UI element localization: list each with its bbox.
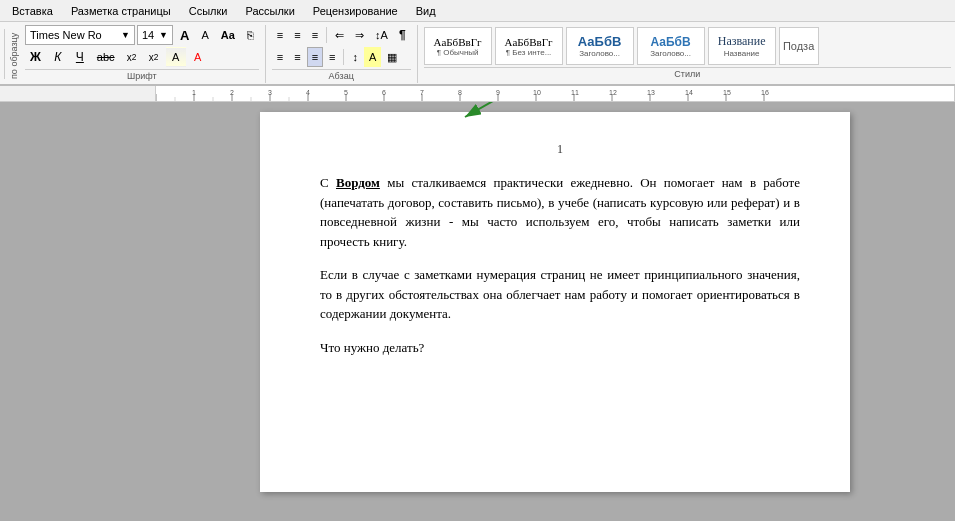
menu-item-rassylki[interactable]: Рассылки	[237, 3, 302, 19]
document-area: 1 С Вордом мы сталкиваемся практически е…	[0, 102, 955, 507]
menu-bar: Вставка Разметка страницы Ссылки Рассылк…	[0, 0, 955, 22]
align-center-button[interactable]: ≡	[289, 47, 305, 67]
sort-button[interactable]: ↕A	[370, 25, 393, 45]
align-left-button[interactable]: ≡	[272, 47, 288, 67]
show-marks-button[interactable]: ¶	[394, 25, 411, 45]
menu-item-razmetka[interactable]: Разметка страницы	[63, 3, 179, 19]
svg-line-38	[465, 102, 570, 117]
svg-text:11: 11	[571, 89, 579, 96]
paragraph-1: С Вордом мы сталкиваемся практически еже…	[320, 173, 800, 251]
highlight-button[interactable]: A	[166, 47, 186, 67]
clear-format-button[interactable]: ⎘	[242, 25, 259, 45]
style-title[interactable]: Название Название	[708, 27, 776, 65]
paragraph-2: Если в случае с заметками нумерация стра…	[320, 265, 800, 324]
font-shrink-button[interactable]: A	[196, 25, 213, 45]
style-normal[interactable]: АаБбВвГг ¶ Обычный	[424, 27, 492, 65]
svg-text:9: 9	[496, 89, 500, 96]
annotation-arrow	[290, 102, 590, 132]
svg-text:5: 5	[344, 89, 348, 96]
svg-text:7: 7	[420, 89, 424, 96]
style-no-spacing[interactable]: АаБбВвГг ¶ Без инте...	[495, 27, 563, 65]
italic-button[interactable]: К	[48, 47, 68, 67]
menu-item-recenzirovanie[interactable]: Рецензирование	[305, 3, 406, 19]
svg-text:2: 2	[230, 89, 234, 96]
strikethrough-button[interactable]: abc	[92, 47, 120, 67]
font-size-input[interactable]: 14 ▼	[137, 25, 173, 45]
shading-button[interactable]: A	[364, 47, 381, 67]
change-case-button[interactable]: Aa	[216, 25, 240, 45]
align-justify-button[interactable]: ≡	[324, 47, 340, 67]
bullets-button[interactable]: ≡	[272, 25, 288, 45]
menu-item-vid[interactable]: Вид	[408, 3, 444, 19]
vord-word: Вордом	[336, 175, 380, 190]
increase-indent-button[interactable]: ⇒	[350, 25, 369, 45]
by-sample-label: по образцу	[4, 29, 19, 79]
svg-text:12: 12	[609, 89, 617, 96]
svg-text:14: 14	[685, 89, 693, 96]
styles-section-label: Стили	[424, 67, 951, 81]
numbering-button[interactable]: ≡	[289, 25, 305, 45]
style-heading2[interactable]: АаБбВ Заголово...	[637, 27, 705, 65]
style-subtitle[interactable]: Подза	[779, 27, 819, 65]
doc-page: 1 С Вордом мы сталкиваемся практически е…	[260, 112, 850, 492]
svg-text:1: 1	[192, 89, 196, 96]
svg-text:3: 3	[268, 89, 272, 96]
menu-item-ssylki[interactable]: Ссылки	[181, 3, 236, 19]
font-section-label: Шрифт	[25, 69, 259, 83]
style-heading1[interactable]: АаБбВ Заголово...	[566, 27, 634, 65]
paragraph-section-label: Абзац	[272, 69, 411, 83]
multilevel-button[interactable]: ≡	[307, 25, 323, 45]
document-content[interactable]: С Вордом мы сталкиваемся практически еже…	[320, 173, 800, 357]
borders-button[interactable]: ▦	[382, 47, 402, 67]
line-spacing-button[interactable]: ↕	[347, 47, 363, 67]
ruler: 1 2 3 4 5 6 7 8 9 10 11 12 13 1	[0, 86, 955, 102]
underline-button[interactable]: Ч	[70, 47, 90, 67]
superscript-button[interactable]: x2	[144, 47, 164, 67]
svg-text:13: 13	[647, 89, 655, 96]
font-name-input[interactable]: Times New Ro ▼	[25, 25, 135, 45]
page-number: 1	[320, 142, 800, 157]
ruler-inner: 1 2 3 4 5 6 7 8 9 10 11 12 13 1	[155, 86, 955, 101]
font-color-button[interactable]: A	[188, 47, 208, 67]
svg-text:15: 15	[723, 89, 731, 96]
svg-text:10: 10	[533, 89, 541, 96]
svg-text:16: 16	[761, 89, 769, 96]
decrease-indent-button[interactable]: ⇐	[330, 25, 349, 45]
svg-text:6: 6	[382, 89, 386, 96]
bold-button[interactable]: Ж	[25, 47, 46, 67]
font-grow-button[interactable]: A	[175, 25, 194, 45]
svg-text:4: 4	[306, 89, 310, 96]
align-right-button[interactable]: ≡	[307, 47, 323, 67]
svg-text:8: 8	[458, 89, 462, 96]
subscript-button[interactable]: x2	[122, 47, 142, 67]
menu-item-vstavka[interactable]: Вставка	[4, 3, 61, 19]
ribbon: по образцу Times New Ro ▼ 14 ▼ A A Aa	[0, 22, 955, 86]
paragraph-3: Что нужно делать?	[320, 338, 800, 358]
